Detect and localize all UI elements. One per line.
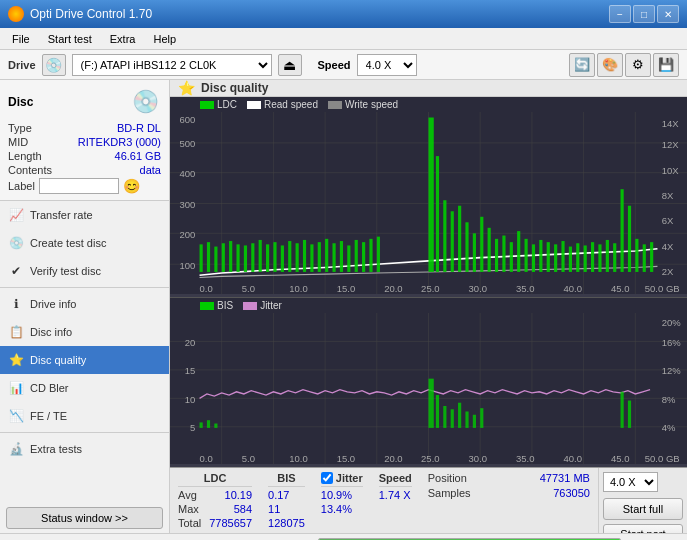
- svg-text:10: 10: [185, 394, 196, 405]
- menu-start-test[interactable]: Start test: [40, 31, 100, 47]
- position-label: Position: [428, 472, 467, 484]
- disc-panel-title: Disc: [8, 95, 33, 109]
- label-input[interactable]: [39, 178, 119, 194]
- svg-rect-125: [473, 415, 476, 428]
- svg-rect-27: [200, 244, 203, 272]
- svg-rect-40: [296, 243, 299, 272]
- ldc-stats-col: LDC Avg 10.19 Max 584 Total 7785657: [178, 472, 252, 533]
- svg-text:0.0: 0.0: [200, 453, 213, 464]
- svg-rect-37: [273, 242, 276, 272]
- menu-file[interactable]: File: [4, 31, 38, 47]
- bis-total: 128075: [268, 517, 305, 529]
- svg-rect-57: [465, 222, 468, 272]
- svg-text:6X: 6X: [662, 215, 674, 226]
- menu-help[interactable]: Help: [145, 31, 184, 47]
- svg-text:10.0: 10.0: [289, 453, 307, 464]
- svg-text:8%: 8%: [662, 394, 676, 405]
- config-button[interactable]: ⚙: [625, 53, 651, 77]
- nav-fe-te[interactable]: 📉 FE / TE: [0, 402, 169, 430]
- stats-row: LDC Avg 10.19 Max 584 Total 7785657: [170, 467, 687, 533]
- svg-rect-47: [347, 245, 350, 271]
- svg-rect-68: [547, 242, 550, 272]
- svg-text:2X: 2X: [662, 266, 674, 277]
- refresh-button[interactable]: 🔄: [569, 53, 595, 77]
- sidebar: Disc 💿 Type BD-R DL MID RITEKDR3 (000) L…: [0, 80, 170, 533]
- jitter-legend: Jitter: [243, 300, 282, 311]
- label-icon-button[interactable]: 😊: [123, 178, 140, 194]
- speed-select-right[interactable]: 4.0 X: [603, 472, 658, 492]
- drive-select[interactable]: (F:) ATAPI iHBS112 2 CL0K: [72, 54, 272, 76]
- nav-create-test-disc[interactable]: 💿 Create test disc: [0, 229, 169, 257]
- svg-rect-119: [429, 379, 434, 428]
- window-title: Opti Drive Control 1.70: [30, 7, 152, 21]
- charts-container: LDC Read speed Write speed: [170, 97, 687, 467]
- app-icon: [8, 6, 24, 22]
- start-full-button[interactable]: Start full: [603, 498, 683, 520]
- svg-rect-28: [207, 242, 210, 272]
- nav-disc-quality-label: Disc quality: [30, 354, 86, 366]
- nav-verify-test-disc[interactable]: ✔ Verify test disc: [0, 257, 169, 285]
- svg-rect-56: [458, 206, 461, 272]
- start-full-label: Start full: [623, 503, 663, 515]
- maximize-button[interactable]: □: [633, 5, 655, 23]
- svg-text:5.0: 5.0: [242, 453, 255, 464]
- svg-text:400: 400: [179, 168, 195, 179]
- svg-text:20%: 20%: [662, 317, 681, 328]
- svg-rect-34: [251, 243, 254, 272]
- menu-extra[interactable]: Extra: [102, 31, 144, 47]
- svg-text:15.0: 15.0: [337, 283, 356, 294]
- ldc-max: 584: [234, 503, 252, 515]
- speed-select[interactable]: 4.0 X: [357, 54, 417, 76]
- svg-rect-31: [229, 241, 232, 272]
- svg-text:20.0: 20.0: [384, 453, 402, 464]
- eject-button[interactable]: ⏏: [278, 54, 302, 76]
- nav-drive-info[interactable]: ℹ Drive info: [0, 290, 169, 318]
- svg-text:10X: 10X: [662, 165, 679, 176]
- nav-disc-info[interactable]: 📋 Disc info: [0, 318, 169, 346]
- action-buttons: 4.0 X Start full Start part: [598, 468, 687, 533]
- nav-extra-tests[interactable]: 🔬 Extra tests: [0, 435, 169, 463]
- svg-text:25.0: 25.0: [421, 283, 440, 294]
- contents-label: Contents: [8, 164, 52, 176]
- minimize-button[interactable]: −: [609, 5, 631, 23]
- nav-disc-quality[interactable]: ⭐ Disc quality: [0, 346, 169, 374]
- svg-text:25.0: 25.0: [421, 453, 439, 464]
- svg-text:15.0: 15.0: [337, 453, 355, 464]
- svg-text:35.0: 35.0: [516, 283, 535, 294]
- svg-rect-118: [214, 424, 217, 428]
- title-bar: Opti Drive Control 1.70 − □ ✕: [0, 0, 687, 28]
- svg-text:12X: 12X: [662, 139, 679, 150]
- svg-rect-49: [362, 242, 365, 272]
- menu-bar: File Start test Extra Help: [0, 28, 687, 50]
- svg-text:0.0: 0.0: [200, 283, 214, 294]
- svg-text:50.0 GB: 50.0 GB: [645, 283, 680, 294]
- svg-rect-29: [214, 247, 217, 272]
- start-part-button[interactable]: Start part: [603, 524, 683, 534]
- close-button[interactable]: ✕: [657, 5, 679, 23]
- svg-text:40.0: 40.0: [564, 283, 583, 294]
- nav-verify-test-disc-label: Verify test disc: [30, 265, 101, 277]
- svg-text:50.0 GB: 50.0 GB: [645, 453, 680, 464]
- svg-rect-80: [635, 239, 638, 272]
- color-button[interactable]: 🎨: [597, 53, 623, 77]
- nav-transfer-rate[interactable]: 📈 Transfer rate: [0, 201, 169, 229]
- svg-text:40.0: 40.0: [564, 453, 582, 464]
- write-speed-legend-label: Write speed: [345, 99, 398, 110]
- status-window-button[interactable]: Status window >>: [6, 507, 163, 529]
- save-button[interactable]: 💾: [653, 53, 679, 77]
- type-value: BD-R DL: [117, 122, 161, 134]
- svg-text:45.0: 45.0: [611, 283, 630, 294]
- jitter-checkbox[interactable]: [321, 472, 333, 484]
- svg-rect-65: [525, 239, 528, 272]
- disc-info-icon: 📋: [8, 324, 24, 340]
- drive-info-icon: ℹ: [8, 296, 24, 312]
- content-area: ⭐ Disc quality LDC Read speed: [170, 80, 687, 533]
- svg-rect-74: [591, 242, 594, 272]
- svg-rect-81: [643, 244, 646, 272]
- ldc-header: LDC: [178, 472, 252, 487]
- drive-icon-button[interactable]: 💿: [42, 54, 66, 76]
- disc-graphic: 💿: [129, 86, 161, 118]
- svg-rect-38: [281, 245, 284, 271]
- nav-cd-bler[interactable]: 📊 CD Bler: [0, 374, 169, 402]
- disc-quality-header: ⭐ Disc quality: [170, 80, 687, 97]
